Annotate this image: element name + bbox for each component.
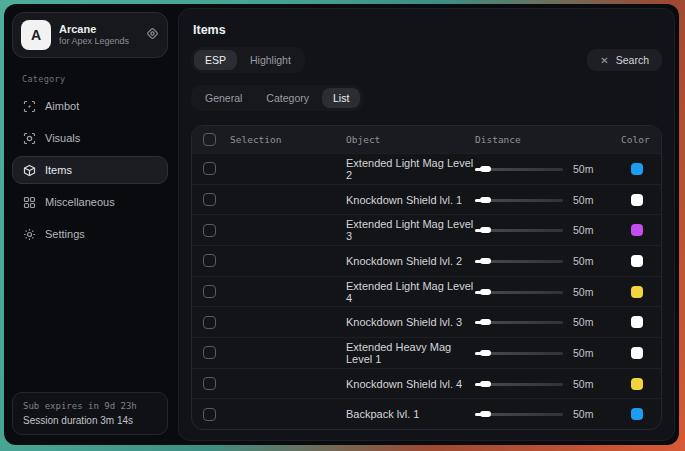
- row-checkbox[interactable]: [203, 285, 216, 298]
- distance-slider[interactable]: [475, 164, 563, 174]
- object-name: Backpack lvl. 1: [346, 408, 475, 420]
- distance-slider[interactable]: [475, 409, 563, 419]
- table-row: Extended Light Mag Level 4 50m: [192, 276, 661, 307]
- main-panel: Items ESPHighlight ✕ Search GeneralCateg…: [178, 8, 675, 441]
- grid-icon: [23, 196, 36, 209]
- table-header-row: Selection Object Distance Color: [192, 126, 661, 153]
- row-checkbox[interactable]: [203, 346, 216, 359]
- table-row: Extended Light Mag Level 3 50m: [192, 214, 661, 245]
- slider-thumb[interactable]: [480, 197, 491, 203]
- color-swatch[interactable]: [631, 316, 643, 328]
- slider-thumb[interactable]: [480, 381, 491, 387]
- items-table: Selection Object Distance Color Extended…: [191, 125, 662, 430]
- object-name: Knockdown Shield lvl. 3: [346, 316, 475, 328]
- color-swatch[interactable]: [631, 163, 643, 175]
- app-header-card: A Arcane for Apex Legends: [12, 12, 168, 58]
- row-checkbox[interactable]: [203, 193, 216, 206]
- row-checkbox[interactable]: [203, 162, 216, 175]
- row-checkbox[interactable]: [203, 408, 216, 421]
- row-checkbox[interactable]: [203, 224, 216, 237]
- slider-thumb[interactable]: [480, 166, 491, 172]
- app-window: A Arcane for Apex Legends Category Aimbo…: [4, 4, 679, 445]
- color-swatch[interactable]: [631, 194, 643, 206]
- session-info-card: Sub expires in 9d 23h Session duration 3…: [12, 392, 168, 435]
- search-button-label: Search: [616, 54, 649, 66]
- session-duration-text: Session duration 3m 14s: [23, 415, 157, 426]
- table-row: Backpack lvl. 1 50m: [192, 398, 661, 429]
- color-swatch[interactable]: [631, 255, 643, 267]
- distance-value: 50m: [573, 378, 593, 390]
- distance-slider[interactable]: [475, 195, 563, 205]
- gear-icon: [23, 228, 36, 241]
- row-checkbox[interactable]: [203, 254, 216, 267]
- table-row: Extended Light Mag Level 2 50m: [192, 153, 661, 184]
- tab-esp[interactable]: ESP: [194, 50, 237, 70]
- sidebar-nav: Aimbot Visuals Items Miscellaneous Setti…: [12, 92, 168, 248]
- sidebar-item-settings[interactable]: Settings: [12, 220, 168, 248]
- slider-thumb[interactable]: [480, 319, 491, 325]
- color-swatch[interactable]: [631, 286, 643, 298]
- view-tabs: GeneralCategoryList: [191, 85, 363, 111]
- table-row: Knockdown Shield lvl. 3 50m: [192, 306, 661, 337]
- row-checkbox[interactable]: [203, 377, 216, 390]
- distance-slider[interactable]: [475, 348, 563, 358]
- sidebar-item-items[interactable]: Items: [12, 156, 168, 184]
- color-swatch[interactable]: [631, 378, 643, 390]
- object-name: Extended Light Mag Level 3: [346, 218, 475, 242]
- slider-thumb[interactable]: [480, 411, 491, 417]
- x-icon: ✕: [600, 55, 608, 66]
- search-button[interactable]: ✕ Search: [587, 49, 662, 71]
- distance-value: 50m: [573, 286, 593, 298]
- object-name: Extended Light Mag Level 4: [346, 280, 475, 304]
- distance-slider[interactable]: [475, 379, 563, 389]
- distance-value: 50m: [573, 316, 593, 328]
- object-name: Knockdown Shield lvl. 2: [346, 255, 475, 267]
- sidebar-item-miscellaneous[interactable]: Miscellaneous: [12, 188, 168, 216]
- distance-value: 50m: [573, 347, 593, 359]
- color-swatch[interactable]: [631, 408, 643, 420]
- column-header-distance: Distance: [475, 134, 621, 145]
- object-name: Extended Light Mag Level 2: [346, 157, 475, 181]
- table-row: Knockdown Shield lvl. 1 50m: [192, 184, 661, 215]
- slider-thumb[interactable]: [480, 258, 491, 264]
- distance-slider[interactable]: [475, 317, 563, 327]
- column-header-selection: Selection: [228, 134, 346, 145]
- diamond-target-icon[interactable]: [146, 26, 159, 44]
- distance-slider[interactable]: [475, 287, 563, 297]
- distance-slider[interactable]: [475, 256, 563, 266]
- column-header-color: Color: [621, 134, 661, 145]
- slider-thumb[interactable]: [480, 350, 491, 356]
- tab-highlight[interactable]: Highlight: [239, 50, 302, 70]
- tab-list[interactable]: List: [322, 88, 360, 108]
- color-swatch[interactable]: [631, 347, 643, 359]
- select-all-checkbox[interactable]: [203, 133, 216, 146]
- sidebar: A Arcane for Apex Legends Category Aimbo…: [8, 8, 172, 441]
- crosshair-icon: [23, 100, 36, 113]
- column-header-object: Object: [346, 134, 475, 145]
- app-logo: A: [21, 20, 51, 50]
- object-name: Knockdown Shield lvl. 1: [346, 194, 475, 206]
- row-checkbox[interactable]: [203, 316, 216, 329]
- scan-eye-icon: [23, 132, 36, 145]
- distance-value: 50m: [573, 224, 593, 236]
- tab-category[interactable]: Category: [255, 88, 320, 108]
- page-title: Items: [193, 23, 662, 37]
- sidebar-item-visuals[interactable]: Visuals: [12, 124, 168, 152]
- distance-slider[interactable]: [475, 225, 563, 235]
- color-swatch[interactable]: [631, 224, 643, 236]
- app-name: Arcane: [59, 23, 138, 37]
- table-row: Knockdown Shield lvl. 2 50m: [192, 245, 661, 276]
- sidebar-item-aimbot[interactable]: Aimbot: [12, 92, 168, 120]
- sidebar-section-label: Category: [22, 74, 168, 84]
- box-icon: [23, 164, 36, 177]
- slider-thumb[interactable]: [480, 227, 491, 233]
- distance-value: 50m: [573, 255, 593, 267]
- distance-value: 50m: [573, 408, 593, 420]
- table-body: Extended Light Mag Level 2 50m Knockdown…: [192, 153, 661, 429]
- object-name: Knockdown Shield lvl. 4: [346, 378, 475, 390]
- slider-thumb[interactable]: [480, 289, 491, 295]
- table-row: Extended Heavy Mag Level 1 50m: [192, 337, 661, 368]
- sub-expires-text: Sub expires in 9d 23h: [23, 401, 157, 411]
- tab-general[interactable]: General: [194, 88, 253, 108]
- table-row: Knockdown Shield lvl. 4 50m: [192, 368, 661, 399]
